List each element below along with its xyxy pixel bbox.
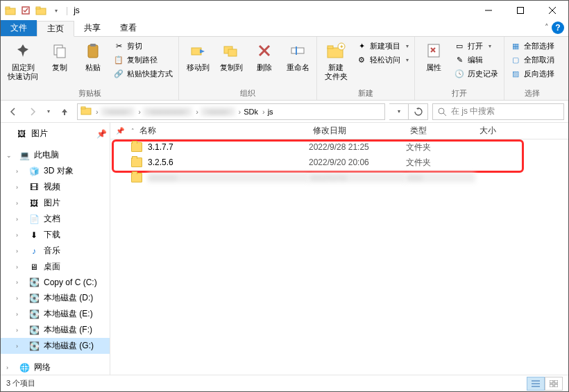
navigation-pane[interactable]: 🖼图片📌 ⌄💻此电脑 ›🧊3D 对象 ›🎞视频 ›🖼图片 ›📄文档 ›⬇下载 ›… [1, 123, 110, 375]
icons-view-button[interactable] [545, 377, 563, 391]
file-row-redacted[interactable]: xxxxxxx xxxx/xx/xx xxxx [110, 170, 568, 185]
rename-button[interactable]: 重命名 [283, 38, 312, 74]
ribbon-group-open: 属性 ▭打开▾ ✎编辑 🕓历史记录 打开 [415, 37, 504, 100]
forward-button[interactable] [24, 103, 41, 120]
move-icon [187, 40, 209, 62]
refresh-button[interactable] [409, 103, 428, 120]
crumb-js[interactable]: js [268, 108, 273, 116]
ribbon: 固定到 快速访问 复制 粘贴 ✂剪切 📋复制路径 🔗粘贴快捷方式 剪贴板 [1, 37, 568, 101]
sidebar-item-drive-e[interactable]: ›💽本地磁盘 (E:) [1, 306, 110, 322]
group-label-select: 选择 [509, 88, 556, 100]
shortcut-icon: 🔗 [113, 68, 124, 79]
select-none-button[interactable]: ▢全部取消 [509, 53, 556, 66]
up-button[interactable] [56, 103, 73, 120]
svg-rect-35 [554, 384, 558, 387]
copy-to-button[interactable]: 复制到 [216, 38, 246, 74]
item-count: 3 个项目 [6, 378, 35, 389]
edit-button[interactable]: ✎编辑 [452, 53, 500, 66]
crumb-redacted-2[interactable]: xxxxxxxxx [144, 108, 192, 116]
col-type[interactable]: 类型 [410, 125, 479, 137]
group-label-clipboard: 剪贴板 [5, 88, 174, 100]
tab-file[interactable]: 文件 [1, 20, 37, 36]
crumb-redacted-1[interactable]: xxxxx [101, 108, 135, 116]
sidebar-item-downloads[interactable]: ›⬇下载 [1, 227, 110, 243]
pin-column-icon[interactable]: 📌 [116, 127, 126, 135]
sidebar-item-drive-c[interactable]: ›💽Copy of C (C:) [1, 275, 110, 290]
svg-line-28 [443, 113, 446, 116]
sidebar-item-documents[interactable]: ›📄文档 [1, 211, 110, 227]
tab-view[interactable]: 查看 [110, 20, 146, 36]
back-button[interactable] [5, 103, 22, 120]
details-view-button[interactable] [527, 377, 545, 391]
delete-icon [253, 40, 275, 62]
ribbon-group-clipboard: 固定到 快速访问 复制 粘贴 ✂剪切 📋复制路径 🔗粘贴快捷方式 剪贴板 [1, 37, 179, 100]
easy-access-button[interactable]: ⚙轻松访问▾ [355, 53, 410, 66]
sidebar-item-network[interactable]: ›🌐网络 [1, 359, 110, 375]
cut-button[interactable]: ✂剪切 [112, 40, 174, 52]
status-bar: 3 个项目 [1, 375, 568, 391]
file-type: 文件夹 [406, 142, 475, 153]
path-icon: 📋 [113, 54, 124, 65]
file-row[interactable]: 3.1.7.7 2022/9/28 21:25 文件夹 [110, 139, 568, 155]
paste-shortcut-button[interactable]: 🔗粘贴快捷方式 [112, 67, 174, 80]
open-button[interactable]: ▭打开▾ [452, 40, 500, 52]
new-item-button[interactable]: ✦新建项目▾ [355, 40, 410, 52]
col-size[interactable]: 大小 [479, 125, 568, 137]
svg-rect-6 [518, 8, 524, 14]
sidebar-item-pictures-quick[interactable]: 🖼图片📌 [1, 126, 110, 142]
tab-share[interactable]: 共享 [74, 20, 110, 36]
sidebar-item-pictures[interactable]: ›🖼图片 [1, 195, 110, 211]
addr-dropdown-button[interactable]: ▾ [389, 103, 409, 120]
pin-quick-access-button[interactable]: 固定到 快速访问 [5, 38, 41, 83]
delete-button[interactable]: 删除 [250, 38, 279, 74]
move-to-button[interactable]: 移动到 [183, 38, 212, 74]
qat-folder-icon[interactable] [35, 5, 46, 16]
sidebar-item-drive-g[interactable]: ›💽本地磁盘 (G:) [1, 338, 110, 354]
recent-dropdown[interactable]: ▾ [44, 103, 53, 120]
tab-home[interactable]: 主页 [37, 21, 74, 37]
sort-icon[interactable]: ˄ [131, 128, 139, 135]
file-list[interactable]: 3.1.7.7 2022/9/28 21:25 文件夹 3.2.5.6 2022… [110, 139, 568, 375]
group-label-open: 打开 [419, 88, 500, 100]
new-folder-button[interactable]: ✦ 新建 文件夹 [321, 38, 350, 83]
history-icon: 🕓 [454, 68, 465, 79]
paste-button[interactable]: 粘贴 [78, 38, 108, 74]
file-row[interactable]: 3.2.5.6 2022/9/20 20:06 文件夹 [110, 155, 568, 170]
folder-icon [5, 5, 16, 16]
help-icon[interactable]: ? [552, 22, 564, 34]
cut-icon: ✂ [113, 40, 124, 51]
address-bar[interactable]: ›xxxxx ›xxxxxxxxx ›xxxxx ›SDk ›js [77, 103, 385, 120]
column-headers[interactable]: 📌 ˄ 名称 修改日期 类型 大小 [110, 123, 568, 139]
properties-icon [423, 40, 445, 62]
history-button[interactable]: 🕓历史记录 [452, 67, 500, 80]
collapse-ribbon-icon[interactable]: ˄ [545, 23, 549, 32]
col-date[interactable]: 修改日期 [313, 125, 410, 137]
invert-selection-button[interactable]: ▨反向选择 [509, 67, 556, 80]
ribbon-group-select: ▦全部选择 ▢全部取消 ▨反向选择 选择 [504, 37, 560, 100]
qat-save-icon[interactable] [20, 5, 31, 16]
maximize-button[interactable] [504, 1, 536, 20]
sidebar-item-desktop[interactable]: ›🖥桌面 [1, 259, 110, 275]
crumb-sdk[interactable]: SDk [244, 108, 258, 116]
sidebar-item-drive-f[interactable]: ›💽本地磁盘 (F:) [1, 322, 110, 338]
sidebar-item-drive-d[interactable]: ›💽本地磁盘 (D:) [1, 290, 110, 306]
copy-path-button[interactable]: 📋复制路径 [112, 53, 174, 66]
sidebar-item-3d[interactable]: ›🧊3D 对象 [1, 163, 110, 179]
col-name[interactable]: 名称 [139, 125, 313, 137]
close-button[interactable] [536, 1, 568, 20]
sidebar-item-videos[interactable]: ›🎞视频 [1, 179, 110, 195]
select-all-button[interactable]: ▦全部选择 [509, 40, 556, 52]
properties-button[interactable]: 属性 [419, 38, 448, 74]
minimize-button[interactable] [473, 1, 504, 20]
search-icon [437, 107, 447, 117]
svg-text:✦: ✦ [339, 44, 344, 50]
file-date: 2022/9/20 20:06 [309, 157, 406, 167]
sidebar-item-music[interactable]: ›♪音乐 [1, 243, 110, 259]
new-folder-icon: ✦ [325, 40, 347, 62]
ribbon-group-new: ✦ 新建 文件夹 ✦新建项目▾ ⚙轻松访问▾ 新建 [317, 37, 415, 100]
copy-button[interactable]: 复制 [45, 38, 74, 74]
qat-dropdown-icon[interactable]: ▾ [51, 5, 62, 16]
crumb-redacted-3[interactable]: xxxxx [201, 108, 235, 116]
sidebar-item-this-pc[interactable]: ⌄💻此电脑 [1, 147, 110, 163]
search-input[interactable]: 在 js 中搜索 [432, 103, 564, 120]
